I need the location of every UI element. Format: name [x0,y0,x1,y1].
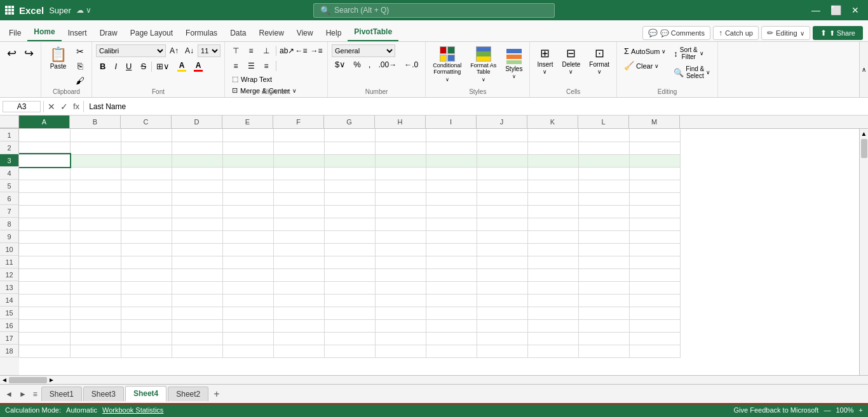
cell-E14[interactable] [222,294,273,307]
cell-L13[interactable] [578,281,629,294]
cell-A3[interactable] [19,154,70,167]
increase-decimal-button[interactable]: .00→ [375,59,400,70]
cell-F12[interactable] [273,268,324,281]
vertical-scrollbar[interactable]: ▲ [859,129,868,375]
cell-F5[interactable] [273,180,324,192]
cell-K1[interactable] [527,129,578,142]
cell-K4[interactable] [527,167,578,180]
col-header-L[interactable]: L [578,116,629,128]
close-btn[interactable]: ✕ [848,4,863,17]
cell-A8[interactable] [19,218,70,230]
cell-K9[interactable] [527,230,578,243]
cancel-formula-button[interactable]: ✕ [46,102,57,112]
cell-G5[interactable] [324,180,375,192]
cell-G7[interactable] [324,205,375,218]
cell-A7[interactable] [19,205,70,218]
cell-J17[interactable] [477,332,527,345]
tab-draw[interactable]: Draw [93,25,124,41]
cell-J3[interactable] [477,154,527,167]
cell-H7[interactable] [375,205,426,218]
cell-H10[interactable] [375,243,426,256]
cell-F1[interactable] [273,129,324,142]
tab-view[interactable]: View [290,25,320,41]
insert-function-button[interactable]: fx [72,102,81,111]
editing-button[interactable]: ✏ Editing ∨ [761,26,810,40]
cell-G15[interactable] [324,307,375,319]
cell-G9[interactable] [324,230,375,243]
cell-A5[interactable] [19,180,70,192]
cell-I1[interactable] [426,129,477,142]
cell-C17[interactable] [121,332,172,345]
cell-G18[interactable] [324,345,375,357]
find-select-button[interactable]: 🔍 Find &Select ∨ [670,63,714,81]
decrease-decimal-button[interactable]: ←.0 [401,59,421,70]
cell-L10[interactable] [578,243,629,256]
cell-K13[interactable] [527,281,578,294]
cell-L17[interactable] [578,332,629,345]
row-header-14[interactable]: 14 [0,294,19,307]
tab-insert[interactable]: Insert [62,25,93,41]
cell-K5[interactable] [527,180,578,192]
cell-E8[interactable] [222,218,273,230]
tab-file[interactable]: File [3,25,27,41]
cell-D9[interactable] [172,230,222,243]
cell-G3[interactable] [324,154,375,167]
cell-B12[interactable] [70,268,121,281]
increase-font-button[interactable]: A↑ [167,45,181,56]
format-painter-button[interactable]: 🖌 [72,74,88,88]
align-middle-button[interactable]: ≡ [244,44,258,57]
cell-reference-input[interactable] [3,101,41,112]
cell-L5[interactable] [578,180,629,192]
cell-F13[interactable] [273,281,324,294]
col-header-D[interactable]: D [172,116,222,128]
cell-K14[interactable] [527,294,578,307]
cell-K15[interactable] [527,307,578,319]
cell-F15[interactable] [273,307,324,319]
cell-H5[interactable] [375,180,426,192]
cell-I11[interactable] [426,256,477,268]
cell-A12[interactable] [19,268,70,281]
cell-H12[interactable] [375,268,426,281]
cell-D8[interactable] [172,218,222,230]
cell-E15[interactable] [222,307,273,319]
feedback-button[interactable]: Give Feedback to Microsoft [734,406,819,414]
cell-K10[interactable] [527,243,578,256]
cell-F17[interactable] [273,332,324,345]
row-header-1[interactable]: 1 [0,129,19,142]
cell-L9[interactable] [578,230,629,243]
confirm-formula-button[interactable]: ✓ [59,102,69,112]
cell-I6[interactable] [426,192,477,205]
text-direction-button[interactable]: ab↗ [279,44,293,57]
cell-I18[interactable] [426,345,477,357]
cell-F2[interactable] [273,142,324,154]
cell-C18[interactable] [121,345,172,357]
cell-H9[interactable] [375,230,426,243]
cell-G10[interactable] [324,243,375,256]
cell-F7[interactable] [273,205,324,218]
comma-button[interactable]: , [365,58,374,70]
paste-button[interactable]: 📋 Paste [45,44,71,88]
cell-D18[interactable] [172,345,222,357]
cell-M11[interactable] [629,256,680,268]
cell-K2[interactable] [527,142,578,154]
cell-I10[interactable] [426,243,477,256]
sort-filter-button[interactable]: ↕ Sort &Filter ∨ [670,44,714,62]
cell-D13[interactable] [172,281,222,294]
cell-C2[interactable] [121,142,172,154]
cell-M15[interactable] [629,307,680,319]
cell-I13[interactable] [426,281,477,294]
cell-E12[interactable] [222,268,273,281]
cell-G4[interactable] [324,167,375,180]
cell-K12[interactable] [527,268,578,281]
cell-C15[interactable] [121,307,172,319]
cell-E2[interactable] [222,142,273,154]
cell-J5[interactable] [477,180,527,192]
cell-C3[interactable] [121,154,172,167]
cell-D12[interactable] [172,268,222,281]
cell-M16[interactable] [629,319,680,332]
font-size-select[interactable]: 11 [198,44,220,57]
cell-I7[interactable] [426,205,477,218]
indent-increase-button[interactable]: →≡ [309,44,323,57]
add-sheet-button[interactable]: + [210,387,223,401]
cell-M3[interactable] [629,154,680,167]
